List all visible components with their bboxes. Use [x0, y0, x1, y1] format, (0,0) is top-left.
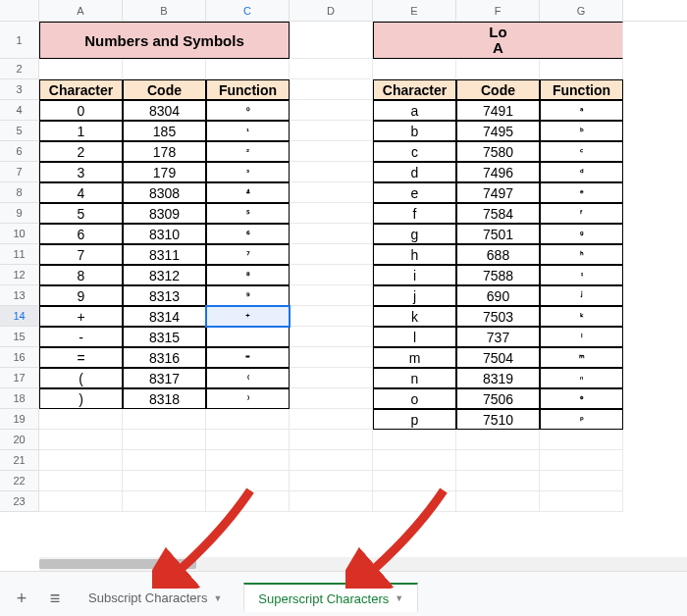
select-all-corner[interactable]	[0, 0, 39, 21]
cell-D17[interactable]	[290, 368, 373, 388]
cell-func[interactable]: ᵉ	[540, 182, 623, 203]
row-4[interactable]: 4	[0, 100, 39, 121]
cell-code[interactable]: 7495	[456, 121, 540, 141]
cell-A2[interactable]	[39, 59, 123, 79]
cell-F2[interactable]	[456, 59, 540, 79]
row-19[interactable]: 19	[0, 409, 39, 430]
cell-D18[interactable]	[290, 388, 373, 409]
cell-B21[interactable]	[123, 450, 206, 471]
cell-D19[interactable]	[290, 409, 373, 430]
cell-D2[interactable]	[290, 59, 373, 79]
col-F[interactable]: F	[456, 0, 540, 21]
cell-B20[interactable]	[123, 430, 206, 450]
cell-char[interactable]: 6	[39, 224, 123, 244]
cell-code[interactable]: 8311	[123, 244, 206, 265]
cell-D11[interactable]	[290, 244, 373, 265]
cell-code[interactable]: 8316	[123, 347, 206, 368]
cell-A21[interactable]	[39, 450, 123, 471]
row-1[interactable]: 1	[0, 22, 39, 59]
cell-code[interactable]: 7501	[456, 224, 540, 244]
cell-func[interactable]: ⁵	[206, 203, 290, 224]
cell-C20[interactable]	[206, 430, 290, 450]
cell-char[interactable]: p	[373, 409, 456, 430]
cell-D13[interactable]	[290, 285, 373, 306]
cell-code[interactable]: 7510	[456, 409, 540, 430]
row-16[interactable]: 16	[0, 347, 39, 368]
cell-G23[interactable]	[540, 491, 623, 512]
cell-func[interactable]: ᵖ	[540, 409, 623, 430]
cell-D8[interactable]	[290, 182, 373, 203]
cell-code[interactable]: 8308	[123, 182, 206, 203]
cell-code[interactable]: 8315	[123, 327, 206, 347]
row-5[interactable]: 5	[0, 121, 39, 141]
cell-func[interactable]: ⁰	[206, 100, 290, 121]
cell-F20[interactable]	[456, 430, 540, 450]
cell-code[interactable]: 8314	[123, 306, 206, 327]
row-13[interactable]: 13	[0, 285, 39, 306]
cell-code[interactable]: 7496	[456, 162, 540, 182]
cell-code[interactable]: 178	[123, 141, 206, 162]
cell-func[interactable]: ᵇ	[540, 121, 623, 141]
cell-func[interactable]: ⁿ	[540, 368, 623, 388]
cell-A23[interactable]	[39, 491, 123, 512]
cell-code[interactable]: 688	[456, 244, 540, 265]
cell-func[interactable]: ⁺	[206, 306, 290, 327]
spreadsheet-grid[interactable]: A B C D E F G 1Numbers and SymbolsLoA23C…	[0, 0, 687, 571]
cell-char[interactable]: a	[373, 100, 456, 121]
cell-char[interactable]: 9	[39, 285, 123, 306]
cell-D20[interactable]	[290, 430, 373, 450]
cell-func[interactable]: ¹	[206, 121, 290, 141]
cell-char[interactable]: )	[39, 388, 123, 409]
col-B[interactable]: B	[123, 0, 206, 21]
cell-func[interactable]: ᵃ	[540, 100, 623, 121]
cell-char[interactable]: h	[373, 244, 456, 265]
cell-A22[interactable]	[39, 471, 123, 491]
title-numbers-symbols[interactable]: Numbers and Symbols	[39, 22, 290, 59]
cell-char[interactable]: -	[39, 327, 123, 347]
cell-code[interactable]: 7497	[456, 182, 540, 203]
col-A[interactable]: A	[39, 0, 123, 21]
cell-code[interactable]: 737	[456, 327, 540, 347]
cell-C19[interactable]	[206, 409, 290, 430]
row-23[interactable]: 23	[0, 491, 39, 512]
cell-code[interactable]: 7584	[456, 203, 540, 224]
cell-char[interactable]: 1	[39, 121, 123, 141]
cell-D16[interactable]	[290, 347, 373, 368]
cell-char[interactable]: b	[373, 121, 456, 141]
cell-char[interactable]: f	[373, 203, 456, 224]
cell-code[interactable]: 7580	[456, 141, 540, 162]
cell-char[interactable]: 5	[39, 203, 123, 224]
chevron-down-icon[interactable]: ▼	[213, 593, 222, 603]
all-sheets-button[interactable]: ≡	[41, 585, 69, 612]
row-9[interactable]: 9	[0, 203, 39, 224]
cell-F23[interactable]	[456, 491, 540, 512]
cell-func[interactable]: ³	[206, 162, 290, 182]
cell-char[interactable]: 7	[39, 244, 123, 265]
cell-F21[interactable]	[456, 450, 540, 471]
cell-code[interactable]: 8310	[123, 224, 206, 244]
cell-func[interactable]: ⁾	[206, 388, 290, 409]
col-C[interactable]: C	[206, 0, 290, 21]
header-character-right[interactable]: Character	[373, 79, 456, 100]
row-7[interactable]: 7	[0, 162, 39, 182]
cell-func[interactable]: ˡ	[540, 327, 623, 347]
cell-code[interactable]: 8313	[123, 285, 206, 306]
cell-code[interactable]: 7588	[456, 265, 540, 285]
cell-func[interactable]: ʰ	[540, 244, 623, 265]
cell-code[interactable]: 8304	[123, 100, 206, 121]
cell-F22[interactable]	[456, 471, 540, 491]
row-2[interactable]: 2	[0, 59, 39, 79]
cell-D9[interactable]	[290, 203, 373, 224]
row-18[interactable]: 18	[0, 388, 39, 409]
cell-code[interactable]: 8317	[123, 368, 206, 388]
cell-func[interactable]: ᶠ	[540, 203, 623, 224]
cell-func[interactable]: ᶜ	[540, 141, 623, 162]
cell-char[interactable]: i	[373, 265, 456, 285]
cell-char[interactable]: l	[373, 327, 456, 347]
cell-code[interactable]: 8319	[456, 368, 540, 388]
row-15[interactable]: 15	[0, 327, 39, 347]
cell-D21[interactable]	[290, 450, 373, 471]
cell-code[interactable]: 690	[456, 285, 540, 306]
cell-G2[interactable]	[540, 59, 623, 79]
col-G[interactable]: G	[540, 0, 623, 21]
